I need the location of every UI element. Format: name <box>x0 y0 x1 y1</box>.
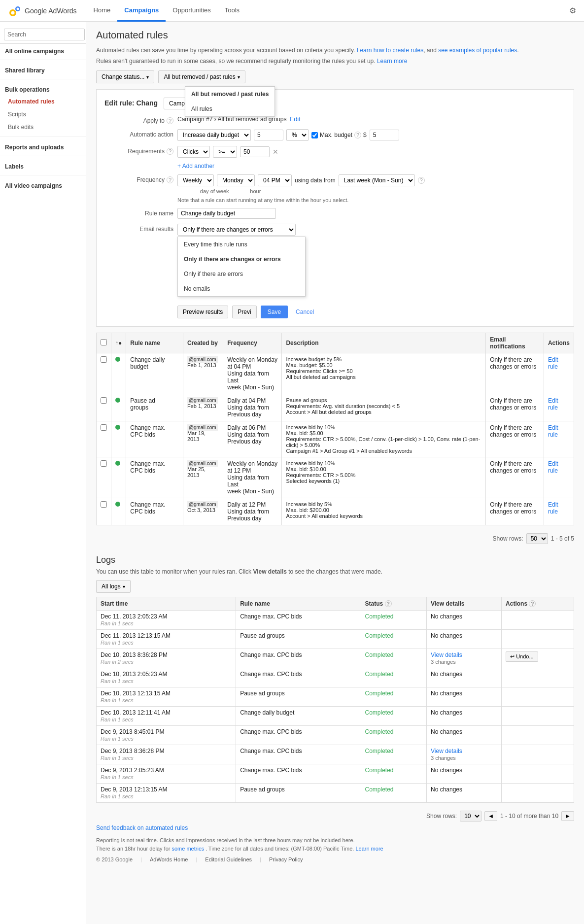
rules-table-row: Change daily budget @gmail.com Feb 1, 20… <box>97 353 574 394</box>
privacy-policy-link[interactable]: Privacy Policy <box>269 856 303 862</box>
freq-period-select[interactable]: Weekly <box>177 174 214 186</box>
rule-name-input[interactable] <box>177 208 276 219</box>
row-checkbox[interactable] <box>101 424 107 431</box>
status-help[interactable]: ? <box>385 600 392 607</box>
logs-prev-page[interactable]: ◄ <box>484 811 497 821</box>
edit-rule-link[interactable]: Editrule <box>548 501 570 515</box>
email-option-every-time[interactable]: Every time this rule runs <box>178 237 305 252</box>
learn-more-link-footer[interactable]: Learn more <box>355 846 383 852</box>
edit-rule-link[interactable]: Editrule <box>548 397 570 411</box>
log-actions-cell <box>502 764 574 784</box>
log-start-time-cell: Dec 11, 2013 12:13:15 AM Ran in 1 secs <box>97 630 236 649</box>
logs-show-rows-select[interactable]: 10 <box>460 811 481 821</box>
max-budget-checkbox[interactable] <box>311 132 318 138</box>
row-email-cell: Only if there arechanges or errors <box>486 353 544 394</box>
row-name-cell: Change max. CPC bids <box>126 498 183 525</box>
row-frequency-cell: Weekly on Monday at 04 PM Using data fro… <box>223 353 282 394</box>
max-budget-help[interactable]: ? <box>354 132 361 138</box>
email-results-select[interactable]: Only if there are changes or errors <box>177 224 296 236</box>
action-value-input[interactable] <box>254 130 283 140</box>
logs-table-row: Dec 10, 2013 2:05:23 AM Ran in 1 secs Ch… <box>97 668 574 687</box>
learn-create-rules-link[interactable]: Learn how to create rules <box>357 47 423 54</box>
action-percent-select[interactable]: % <box>286 129 309 141</box>
req-operator-select[interactable]: >= <box>213 146 237 158</box>
email-dropdown: Every time this rule runs Only if there … <box>177 237 306 297</box>
sidebar-section-all-campaigns[interactable]: All online campaigns <box>0 44 86 57</box>
view-details-link[interactable]: View details <box>431 651 462 658</box>
email-option-errors-only[interactable]: Only if there are errors <box>178 267 305 281</box>
email-option-no-emails[interactable]: No emails <box>178 281 305 296</box>
log-start-time-cell: Dec 9, 2013 12:13:15 AM Ran in 1 secs <box>97 784 236 803</box>
preview-results-button[interactable]: Preview results <box>177 306 228 318</box>
frequency-help[interactable]: ? <box>167 176 173 183</box>
nav-campaigns[interactable]: Campaigns <box>117 0 166 22</box>
logs-table-row: Dec 10, 2013 12:11:41 AM Ran in 1 secs C… <box>97 707 574 726</box>
action-select[interactable]: Increase daily budget <box>177 129 251 141</box>
save-button[interactable]: Save <box>261 306 288 318</box>
logs-filter-button[interactable]: All logs ▾ <box>96 580 131 593</box>
main-content: Automated rules Automated rules can save… <box>86 22 584 924</box>
logs-pagination: 1 - 10 of more than 10 <box>500 813 558 820</box>
adwords-home-link[interactable]: AdWords Home <box>150 856 188 862</box>
some-metrics-link[interactable]: some metrics <box>172 846 204 852</box>
learn-more-link-top[interactable]: Learn more <box>377 58 407 65</box>
actions-help[interactable]: ? <box>529 600 536 607</box>
sidebar-item-automated-rules[interactable]: Automated rules <box>0 95 86 108</box>
filter-option-removed[interactable]: All but removed / past rules <box>185 87 275 102</box>
row-checkbox[interactable] <box>101 397 107 404</box>
examples-link[interactable]: see examples of popular rules <box>438 47 517 54</box>
feedback-link[interactable]: Send feedback on automated rules <box>96 824 574 831</box>
col-sort[interactable]: ↑● <box>111 333 126 353</box>
cancel-button[interactable]: Cancel <box>292 306 318 318</box>
filter-dropdown: All but removed / past rules All rules <box>185 86 275 117</box>
edit-rule-link[interactable]: Editrule <box>548 460 570 474</box>
apply-to-edit-link[interactable]: Edit <box>289 115 300 123</box>
select-all-checkbox[interactable] <box>101 339 107 345</box>
row-checkbox[interactable] <box>101 356 107 363</box>
preview-button-2[interactable]: Previ <box>232 306 256 318</box>
freq-day-select[interactable]: Monday <box>217 174 255 186</box>
sidebar-section-video[interactable]: All video campaigns <box>0 178 86 191</box>
log-status-cell: Completed <box>361 764 427 784</box>
requirements-help[interactable]: ? <box>167 148 173 155</box>
row-checkbox[interactable] <box>101 460 107 467</box>
action-row: Preview results Previ Save Cancel <box>177 306 566 318</box>
sidebar-section-reports[interactable]: Reports and uploads <box>0 140 86 153</box>
log-status-cell: Completed <box>361 745 427 764</box>
sidebar-item-scripts[interactable]: Scripts <box>0 108 86 121</box>
logs-next-page[interactable]: ► <box>561 811 574 821</box>
email-option-changes-errors[interactable]: Only if there are changes or errors <box>178 252 305 267</box>
req-metric-select[interactable]: Clicks <box>177 146 210 158</box>
freq-data-help[interactable]: ? <box>418 177 425 184</box>
edit-rule-link[interactable]: Editrule <box>548 424 570 438</box>
filter-button[interactable]: All but removed / past rules ▾ <box>158 70 245 83</box>
edit-rule-link[interactable]: Editrule <box>548 356 570 370</box>
sidebar-item-bulk-edits[interactable]: Bulk edits <box>0 121 86 134</box>
req-value-input[interactable] <box>240 146 270 157</box>
undo-button[interactable]: ↩ Undo... <box>506 651 538 662</box>
sidebar-divider-4 <box>0 156 86 156</box>
filter-chevron: ▾ <box>238 74 240 80</box>
editorial-guidelines-link[interactable]: Editorial Guidelines <box>205 856 252 862</box>
filter-option-all[interactable]: All rules <box>185 102 275 116</box>
sidebar-section-labels[interactable]: Labels <box>0 159 86 172</box>
apply-to-help[interactable]: ? <box>167 117 173 124</box>
settings-icon[interactable]: ⚙ <box>569 6 576 15</box>
nav-home[interactable]: Home <box>87 0 118 22</box>
add-another-link[interactable]: + Add another <box>177 163 214 170</box>
no-changes-text: No changes <box>431 767 462 774</box>
log-rule-name-cell: Pause ad groups <box>236 687 361 707</box>
rules-show-rows-select[interactable]: 50 <box>526 533 548 544</box>
search-input[interactable] <box>4 29 85 40</box>
nav-tools[interactable]: Tools <box>218 0 246 22</box>
footer-links: © 2013 Google | AdWords Home | Editorial… <box>96 856 574 862</box>
max-budget-value-input[interactable] <box>370 130 399 140</box>
nav-opportunities[interactable]: Opportunities <box>166 0 217 22</box>
change-status-button[interactable]: Change status... ▾ <box>96 70 154 83</box>
freq-data-select[interactable]: Last week (Mon - Sun) <box>339 174 415 186</box>
view-details-link[interactable]: View details <box>431 748 462 754</box>
req-remove-button[interactable]: ✕ <box>273 148 278 156</box>
freq-hour-select[interactable]: 04 PM <box>258 174 292 186</box>
row-checkbox[interactable] <box>101 501 107 508</box>
sidebar-section-shared-library[interactable]: Shared library <box>0 63 86 76</box>
